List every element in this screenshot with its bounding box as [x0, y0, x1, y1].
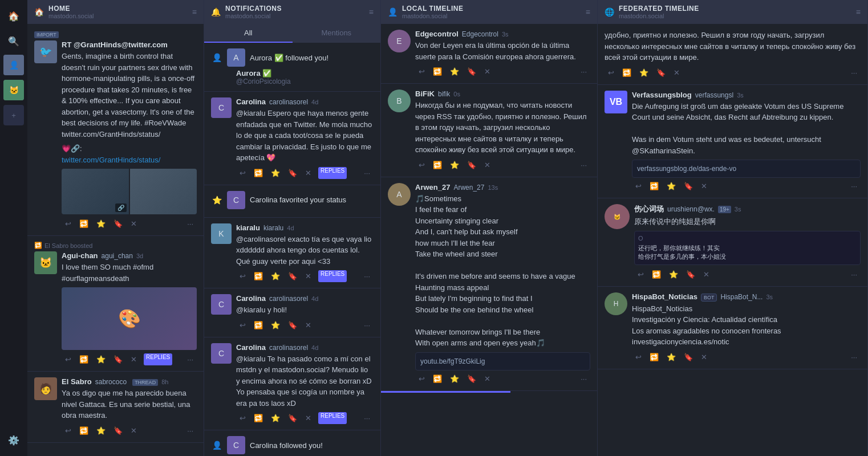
reply-shang[interactable]: ↩ [634, 268, 647, 280]
reply-vb[interactable]: ↩ [632, 180, 645, 192]
fav-edge[interactable]: ⭐ [447, 66, 463, 78]
hide-button[interactable]: ✕ [127, 218, 140, 230]
bookmark-arwen[interactable]: 🔖 [464, 373, 480, 385]
hide-hispabot[interactable]: ✕ [697, 351, 711, 363]
hide-kiaralu[interactable]: ✕ [302, 270, 315, 282]
notif-column-menu[interactable]: ≡ [369, 7, 374, 17]
settings-nav-icon[interactable]: ⚙️ [2, 429, 25, 451]
bookmark-btn-3[interactable]: 🔖 [110, 425, 126, 437]
reply-arwen[interactable]: ↩ [415, 373, 428, 385]
hide-car2[interactable]: ✕ [302, 319, 315, 331]
reply-hispabot[interactable]: ↩ [632, 351, 645, 363]
bookmark-btn-2[interactable]: 🔖 [110, 353, 126, 365]
home-nav-icon[interactable]: 🏠 [2, 5, 25, 27]
boost-bifik[interactable]: 🔁 [429, 159, 445, 171]
boost-car3[interactable]: 🔁 [250, 412, 266, 424]
reply-fed-trunc[interactable]: ↩ [605, 67, 618, 79]
shang-time: 3s [735, 206, 741, 213]
boost-button[interactable]: 🔁 [76, 218, 92, 230]
arwen-link[interactable]: youtu.be/fgT9zGkiLig [415, 352, 590, 370]
bookmark-hispabot[interactable]: 🔖 [680, 351, 696, 363]
fav-button[interactable]: ⭐ [93, 218, 109, 230]
fav-btn-3[interactable]: ⭐ [93, 425, 109, 437]
tab-mentions[interactable]: Mentions [293, 24, 381, 43]
fav-bifik[interactable]: ⭐ [447, 159, 463, 171]
bookmark-car2[interactable]: 🔖 [285, 319, 301, 331]
more-notif-1[interactable]: ··· [360, 167, 374, 179]
hide-edge[interactable]: ✕ [481, 66, 494, 78]
boost-notif-1[interactable]: 🔁 [250, 167, 266, 179]
more-kiaralu[interactable]: ··· [360, 270, 374, 282]
reply-bifik[interactable]: ↩ [415, 159, 428, 171]
fav-hispabot[interactable]: ⭐ [663, 351, 679, 363]
bookmark-bifik[interactable]: 🔖 [464, 159, 480, 171]
hide-bifik[interactable]: ✕ [481, 159, 494, 171]
boost-vb[interactable]: 🔁 [646, 180, 662, 192]
more-bifik[interactable]: ··· [577, 159, 590, 171]
fav-vb[interactable]: ⭐ [663, 180, 679, 192]
reply-car3[interactable]: ↩ [236, 412, 249, 424]
boost-edge[interactable]: 🔁 [429, 66, 445, 78]
boost-btn-3[interactable]: 🔁 [76, 425, 92, 437]
more-shang[interactable]: ··· [847, 268, 861, 280]
more-car2[interactable]: ··· [360, 319, 374, 331]
more-hispabot[interactable]: ··· [847, 351, 861, 363]
reply-notif-1[interactable]: ↩ [236, 167, 249, 179]
more-arwen[interactable]: ··· [577, 373, 590, 385]
hide-car3[interactable]: ✕ [302, 412, 315, 424]
boost-car2[interactable]: 🔁 [250, 319, 266, 331]
fav-arwen[interactable]: ⭐ [447, 373, 463, 385]
fav-btn-2[interactable]: ⭐ [93, 353, 109, 365]
hide-notif-1[interactable]: ✕ [302, 167, 315, 179]
bookmark-button[interactable]: 🔖 [110, 218, 126, 230]
boost-shang[interactable]: 🔁 [648, 268, 664, 280]
hide-vb[interactable]: ✕ [697, 180, 711, 192]
search-nav-icon[interactable]: 🔍 [2, 30, 25, 52]
bookmark-shang[interactable]: 🔖 [683, 268, 699, 280]
fav-car2[interactable]: ⭐ [267, 319, 283, 331]
boost-hispabot[interactable]: 🔁 [646, 351, 662, 363]
fav-kiaralu[interactable]: ⭐ [267, 270, 283, 282]
fav-car3[interactable]: ⭐ [267, 412, 283, 424]
boost-arwen[interactable]: 🔁 [429, 373, 445, 385]
user-avatar-2[interactable]: 🐱 [3, 80, 24, 100]
reply-btn-3[interactable]: ↩ [62, 425, 75, 437]
reply-edge[interactable]: ↩ [415, 66, 428, 78]
reply-btn-2[interactable]: ↩ [62, 353, 75, 365]
reply-car2[interactable]: ↩ [236, 319, 249, 331]
fav-fed-trunc[interactable]: ⭐ [636, 67, 652, 79]
more-edge[interactable]: ··· [577, 66, 590, 78]
hide-btn-3[interactable]: ✕ [127, 425, 140, 437]
add-column-button[interactable]: + [3, 105, 24, 125]
vb-link[interactable]: verfassungsblog.de/das-ende-vo [632, 160, 861, 178]
bookmark-car3[interactable]: 🔖 [285, 412, 301, 424]
more-vb[interactable]: ··· [847, 180, 861, 192]
home-column-menu[interactable]: ≡ [192, 7, 197, 17]
more-fed-trunc[interactable]: ··· [847, 67, 861, 79]
reply-button[interactable]: ↩ [62, 218, 75, 230]
federated-column: 🌐 FEDERATED TIMELINE mastodon.social ≡ у… [598, 0, 868, 456]
hide-fed-trunc[interactable]: ✕ [670, 67, 683, 79]
bookmark-vb[interactable]: 🔖 [680, 180, 696, 192]
reply-kiaralu[interactable]: ↩ [236, 270, 249, 282]
more-button[interactable]: ··· [184, 218, 197, 230]
bookmark-kiaralu[interactable]: 🔖 [285, 270, 301, 282]
boost-fed-trunc[interactable]: 🔁 [619, 67, 635, 79]
more-btn-2[interactable]: ··· [184, 353, 197, 365]
hide-arwen[interactable]: ✕ [481, 373, 494, 385]
tab-all[interactable]: All [204, 24, 293, 43]
more-car3[interactable]: ··· [360, 412, 374, 424]
local-column-menu[interactable]: ≡ [586, 7, 590, 17]
fav-shang[interactable]: ⭐ [666, 268, 682, 280]
boost-btn-2[interactable]: 🔁 [76, 353, 92, 365]
more-btn-3[interactable]: ··· [184, 425, 197, 437]
bookmark-notif-1[interactable]: 🔖 [285, 167, 301, 179]
bookmark-fed-trunc[interactable]: 🔖 [653, 67, 669, 79]
federated-column-menu[interactable]: ≡ [856, 7, 861, 17]
boost-kiaralu[interactable]: 🔁 [250, 270, 266, 282]
hide-shang[interactable]: ✕ [700, 268, 713, 280]
user-avatar-1[interactable]: 👤 [3, 55, 24, 75]
fav-notif-1[interactable]: ⭐ [267, 167, 283, 179]
hide-btn-2[interactable]: ✕ [127, 353, 140, 365]
bookmark-edge[interactable]: 🔖 [464, 66, 480, 78]
